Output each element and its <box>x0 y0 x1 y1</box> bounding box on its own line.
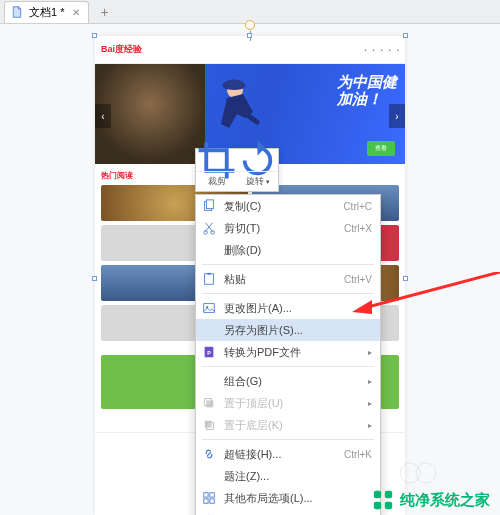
skater-illustration <box>213 76 273 146</box>
close-tab-icon[interactable]: ✕ <box>70 6 82 18</box>
hero-headline: 为中国健 加油！ <box>337 74 397 107</box>
svg-rect-16 <box>210 493 214 497</box>
ctx-label: 其他布局选项(L)... <box>224 491 372 506</box>
ctx-layout-options[interactable]: 其他布局选项(L)... <box>196 487 380 509</box>
svg-point-22 <box>400 463 420 483</box>
ctx-copy[interactable]: 复制(C) Ctrl+C <box>196 195 380 217</box>
ctx-bring-front: 置于顶层(U) ▸ <box>196 392 380 414</box>
selection-handle-e[interactable] <box>403 276 408 281</box>
svg-rect-7 <box>204 304 215 313</box>
ctx-separator <box>202 264 374 265</box>
ctx-label: 超链接(H)... <box>224 447 336 462</box>
page-mini-nav: ••••• <box>364 47 399 53</box>
submenu-arrow-icon: ▸ <box>368 377 372 386</box>
svg-rect-2 <box>206 200 213 209</box>
ctx-hyperlink[interactable]: 超链接(H)... Ctrl+K <box>196 443 380 465</box>
svg-rect-13 <box>205 421 212 428</box>
ctx-label: 题注(Z)... <box>224 469 372 484</box>
rotate-icon[interactable] <box>237 149 278 171</box>
submenu-arrow-icon: ▸ <box>368 421 372 430</box>
image-icon <box>202 301 216 315</box>
document-tab[interactable]: 文档1 * ✕ <box>4 1 89 23</box>
hero-side-image: 不普不离合的珍藏攻略 <box>95 64 205 164</box>
ctx-label: 另存为图片(S)... <box>224 323 372 338</box>
crop-icon[interactable] <box>196 149 237 171</box>
rotate-label[interactable]: 旋转▾ <box>237 172 278 191</box>
hero-side-caption: 不普不离合的珍藏攻略 <box>99 150 169 160</box>
ctx-separator <box>202 293 374 294</box>
ctx-label: 组合(G) <box>224 374 360 389</box>
svg-rect-18 <box>210 499 214 503</box>
ctx-shortcut: Ctrl+C <box>343 201 372 212</box>
svg-rect-24 <box>374 491 381 498</box>
layout-icon <box>202 491 216 505</box>
svg-rect-15 <box>204 493 208 497</box>
ctx-convert-pdf[interactable]: P 转换为PDF文件 ▸ <box>196 341 380 363</box>
link-icon <box>202 447 216 461</box>
ctx-cut[interactable]: 剪切(T) Ctrl+X <box>196 217 380 239</box>
copy-icon <box>202 199 216 213</box>
watermark-logo-icon <box>372 489 394 511</box>
ctx-paste[interactable]: 粘贴 Ctrl+V <box>196 268 380 290</box>
rotate-handle[interactable] <box>245 20 255 30</box>
ctx-group[interactable]: 组合(G) ▸ <box>196 370 380 392</box>
ctx-label: 转换为PDF文件 <box>224 345 360 360</box>
svg-rect-6 <box>207 273 211 275</box>
crop-label[interactable]: 裁剪 <box>196 172 237 191</box>
ctx-change-image[interactable]: 更改图片(A)... <box>196 297 380 319</box>
ctx-separator <box>202 439 374 440</box>
image-mini-toolbar[interactable]: 裁剪 旋转▾ <box>195 148 279 192</box>
cut-icon <box>202 221 216 235</box>
send-back-icon <box>202 418 216 432</box>
ctx-format-object[interactable]: 设置对象格式(O)... <box>196 509 380 515</box>
svg-point-23 <box>416 463 436 483</box>
watermark-text: 纯净系统之家 <box>400 491 490 510</box>
pdf-icon: P <box>202 345 216 359</box>
ctx-shortcut: Ctrl+V <box>344 274 372 285</box>
ctx-delete[interactable]: 删除(D) <box>196 239 380 261</box>
ctx-send-back: 置于底层(K) ▸ <box>196 414 380 436</box>
paste-icon <box>202 272 216 286</box>
blank-icon <box>202 469 216 483</box>
watermark: 纯净系统之家 <box>372 489 490 511</box>
svg-rect-26 <box>374 502 381 509</box>
hero-line2: 加油！ <box>337 91 397 108</box>
ctx-label: 剪切(T) <box>224 221 336 236</box>
ctx-label: 置于顶层(U) <box>224 396 360 411</box>
blank-icon <box>202 323 216 337</box>
watermark-shape <box>398 461 438 485</box>
ctx-label: 复制(C) <box>224 199 335 214</box>
selection-handle-w[interactable] <box>92 276 97 281</box>
bring-front-icon <box>202 396 216 410</box>
ctx-shortcut: Ctrl+X <box>344 223 372 234</box>
submenu-arrow-icon: ▸ <box>368 399 372 408</box>
logo-part-c: 经验 <box>124 44 142 54</box>
brand-logo: Bai度经验 <box>101 43 142 56</box>
ctx-save-as-image[interactable]: 另存为图片(S)... <box>196 319 380 341</box>
svg-rect-25 <box>385 491 392 498</box>
selection-handle-n[interactable] <box>247 33 252 38</box>
carousel-next[interactable]: › <box>389 104 405 128</box>
ctx-label: 置于底层(K) <box>224 418 360 433</box>
ctx-label: 删除(D) <box>224 243 372 258</box>
ctx-label: 更改图片(A)... <box>224 301 372 316</box>
blank-icon <box>202 243 216 257</box>
logo-part-b: 度 <box>115 44 124 54</box>
ctx-caption[interactable]: 题注(Z)... <box>196 465 380 487</box>
svg-rect-17 <box>204 499 208 503</box>
document-icon <box>11 6 23 18</box>
svg-text:P: P <box>207 350 211 356</box>
carousel-prev[interactable]: ‹ <box>95 104 111 128</box>
blank-icon <box>202 374 216 388</box>
ctx-separator <box>202 366 374 367</box>
selection-handle-ne[interactable] <box>403 33 408 38</box>
selection-handle-nw[interactable] <box>92 33 97 38</box>
svg-rect-5 <box>205 274 214 285</box>
context-menu: 复制(C) Ctrl+C 剪切(T) Ctrl+X 删除(D) 粘贴 Ctrl+… <box>195 194 381 515</box>
svg-rect-11 <box>206 400 213 407</box>
tab-title: 文档1 * <box>29 5 64 20</box>
ctx-shortcut: Ctrl+K <box>344 449 372 460</box>
hero-cta-button[interactable]: 查看 <box>367 141 395 156</box>
ctx-label: 粘贴 <box>224 272 336 287</box>
new-tab-button[interactable]: + <box>93 1 115 23</box>
